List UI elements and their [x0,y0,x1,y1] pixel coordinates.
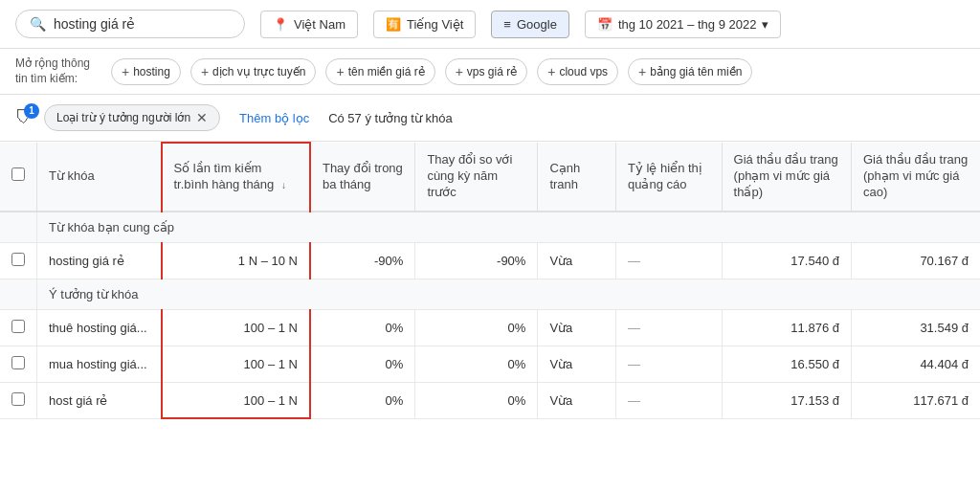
row-checkbox-cell [0,309,37,346]
chevron-down-icon: ▾ [762,17,768,32]
header-competition: Cạnh tranh [538,143,616,212]
row-bid-low: 17.153 đ [722,382,851,418]
row-yoy: 0% [415,309,538,346]
row-keyword: mua hosting giá... [37,346,162,382]
section-header-checkbox-cell [0,212,37,243]
row-yoy: 0% [415,346,538,382]
row-change3: 0% [310,309,415,346]
search-input[interactable] [54,16,226,32]
section-header-label: Ý tưởng từ khóa [37,279,981,309]
row-checkbox[interactable] [11,356,25,369]
location-icon: 📍 [273,17,288,32]
language-button[interactable]: 🈶 Tiếng Việt [373,11,476,38]
calendar-icon: 📅 [597,17,612,32]
add-filter-label: Thêm bộ lọc [239,111,309,125]
tag-cloud-vps[interactable]: + cloud vps [537,58,618,85]
select-all-checkbox[interactable] [11,167,25,181]
remove-filter-button[interactable]: ✕ [196,110,208,125]
date-label: thg 10 2021 – thg 9 2022 [618,17,757,32]
row-bid-high: 44.404 đ [851,346,980,382]
row-impression: — [615,242,722,279]
table-row: mua hosting giá... 100 – 1 N 0% 0% Vừa —… [0,346,980,382]
search-box[interactable]: 🔍 [15,10,245,38]
top-bar: 🔍 📍 Việt Nam 🈶 Tiếng Việt ≡ Google 📅 thg… [0,0,980,49]
row-bid-low: 11.876 đ [722,309,851,346]
plus-icon: + [201,64,209,79]
row-checkbox[interactable] [11,320,25,333]
row-change3: -90% [310,242,415,279]
result-count: Có 57 ý tưởng từ khóa [328,111,453,125]
tag-bang-gia-label: bảng giá tên miền [650,65,742,78]
language-icon: 🈶 [386,17,401,32]
engine-button[interactable]: ≡ Google [491,11,569,38]
active-filter-tag: Loại trừ ý tưởng người lớn ✕ [44,104,220,131]
tag-cloud-vps-label: cloud vps [559,65,608,78]
section-header-row: Từ khóa bạn cung cấp [0,212,980,243]
table-row: thuê hosting giá... 100 – 1 N 0% 0% Vừa … [0,309,980,346]
tag-vps[interactable]: + vps giá rẻ [445,58,528,85]
tag-bang-gia[interactable]: + bảng giá tên miền [628,58,752,85]
tag-dich-vu[interactable]: + dịch vụ trực tuyến [190,58,317,85]
plus-icon: + [122,64,129,79]
date-button[interactable]: 📅 thg 10 2021 – thg 9 2022 ▾ [585,11,782,38]
expand-row: Mở rộng thông tin tìm kiếm: + hosting + … [0,49,980,95]
row-competition: Vừa [538,346,616,382]
row-yoy: -90% [415,242,538,279]
location-label: Việt Nam [294,17,345,32]
row-change3: 0% [310,382,415,418]
row-checkbox-cell [0,382,37,418]
header-impression: Tỷ lệ hiển thị quảng cáo [615,143,722,212]
row-impression: — [615,309,722,346]
plus-icon: + [336,64,344,79]
section-header-checkbox-cell [0,279,37,309]
tag-hosting-label: hosting [133,65,170,78]
header-bid-low: Giá thầu đầu trang (phạm vi mức giá thấp… [722,143,851,212]
plus-icon: + [456,64,463,79]
add-filter-button[interactable]: Thêm bộ lọc [232,107,317,129]
header-change3: Thay đổi trong ba tháng [310,143,415,212]
tag-ten-mien[interactable]: + tên miền giá rẻ [325,58,434,85]
filter-row: ⛉ 1 Loại trừ ý tưởng người lớn ✕ Thêm bộ… [0,95,980,142]
tag-vps-label: vps giá rẻ [467,65,517,78]
row-competition: Vừa [538,382,616,418]
tag-dich-vu-label: dịch vụ trực tuyến [212,65,305,78]
header-checkbox-cell [0,143,37,212]
location-button[interactable]: 📍 Việt Nam [260,11,358,38]
filter-badge: 1 [24,103,39,119]
row-bid-high: 117.671 đ [851,382,980,418]
row-bid-low: 17.540 đ [722,242,851,279]
section-header-label: Từ khóa bạn cung cấp [37,212,981,243]
engine-label: Google [517,17,557,32]
row-volume: 100 – 1 N [162,346,310,382]
row-competition: Vừa [538,242,616,279]
row-competition: Vừa [538,309,616,346]
keywords-table: Từ khóa Số lần tìm kiếm tr.bình hàng thá… [0,142,980,419]
filter-tag-label: Loại trừ ý tưởng người lớn [56,111,190,124]
row-checkbox-cell [0,346,37,382]
row-volume: 1 N – 10 N [162,242,310,279]
header-volume[interactable]: Số lần tìm kiếm tr.bình hàng tháng ↓ [162,143,310,212]
language-label: Tiếng Việt [407,17,463,32]
row-volume: 100 – 1 N [162,382,310,418]
row-bid-high: 31.549 đ [851,309,980,346]
row-keyword: thuê hosting giá... [37,309,162,346]
sort-arrow-icon: ↓ [281,180,286,190]
row-keyword: hosting giá rẻ [37,242,162,279]
row-checkbox-cell [0,242,37,279]
row-checkbox[interactable] [11,253,25,266]
row-impression: — [615,346,722,382]
row-bid-low: 16.550 đ [722,346,851,382]
header-keyword: Từ khóa [37,143,162,212]
header-yoy: Thay đổi so với cùng kỳ năm trước [415,143,538,212]
engine-icon: ≡ [503,17,511,32]
filter-icon-wrap: ⛉ 1 [15,108,33,128]
plus-icon: + [547,64,555,79]
row-bid-high: 70.167 đ [851,242,980,279]
tag-hosting[interactable]: + hosting [111,58,181,85]
table-wrap: Từ khóa Số lần tìm kiếm tr.bình hàng thá… [0,142,980,419]
row-checkbox[interactable] [11,392,25,406]
row-change3: 0% [310,346,415,382]
plus-icon: + [638,64,646,79]
table-row: host giá rẻ 100 – 1 N 0% 0% Vừa — 17.153… [0,382,980,418]
row-keyword: host giá rẻ [37,382,162,418]
